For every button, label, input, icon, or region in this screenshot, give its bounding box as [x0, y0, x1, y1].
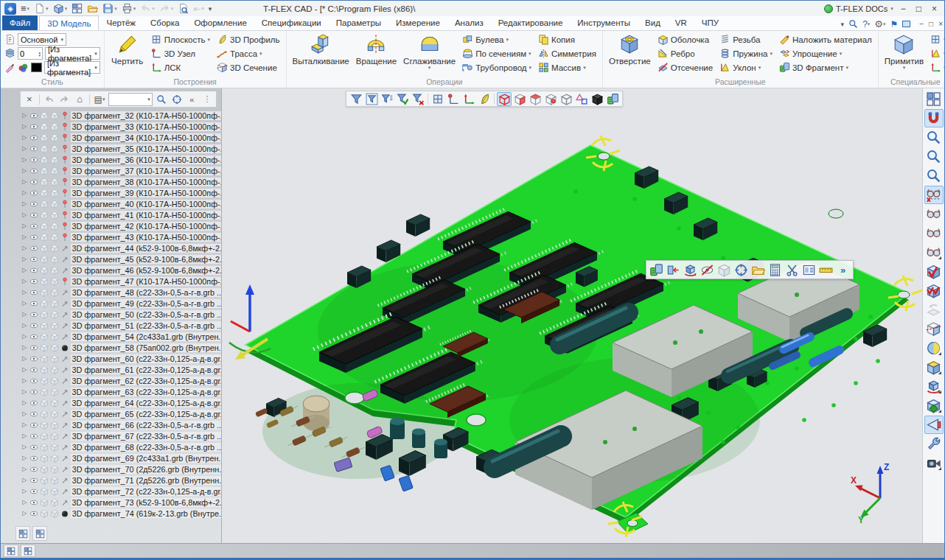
layer-spinner[interactable]: 0▴▾: [18, 47, 43, 60]
tree-item[interactable]: ▷3D фрагмент_68 (с22-33н-0,5-а-г-в.grb .…: [14, 441, 221, 452]
history-back-button[interactable]: [43, 93, 56, 106]
find-button[interactable]: [155, 93, 168, 106]
qa-main-menu[interactable]: ≡▾: [19, 2, 31, 15]
tree-item[interactable]: ▷3D фрагмент_54 (2с433а1.grb (Внутрен...: [14, 331, 221, 342]
tree-item[interactable]: ▷3D фрагмент_36 (К10-17А-Н50-1000пф-...: [14, 154, 221, 165]
expander-icon[interactable]: ▷: [21, 455, 28, 461]
display-mode-flyout-button[interactable]: [924, 243, 944, 262]
hide-element-button[interactable]: [700, 262, 715, 278]
expander-icon[interactable]: ▷: [21, 189, 28, 196]
insert-copy-button[interactable]: [666, 262, 681, 278]
expander-icon[interactable]: ▷: [21, 388, 28, 395]
maximize-button[interactable]: □: [916, 4, 921, 14]
shading-options-button[interactable]: [924, 358, 944, 377]
tree-item[interactable]: ▷3D фрагмент_71 (2д5226.grb (Внутренн...: [14, 475, 221, 486]
Упрощение-button[interactable]: Упрощение▾: [777, 46, 874, 60]
restore-document-button[interactable]: □: [929, 20, 933, 28]
camera-perspective-button[interactable]: [924, 416, 944, 434]
filter-profiles-button[interactable]: [477, 92, 492, 106]
tree-item[interactable]: ▷3D фрагмент_66 (с22-33н-0,5-а-г-в.grb .…: [14, 419, 221, 430]
Наложить материал-button[interactable]: Наложить материал: [777, 32, 874, 46]
tree-item[interactable]: ▷3D фрагмент_72 (с22-33н-0,125-а-д-в.gr.…: [14, 486, 221, 497]
expander-icon[interactable]: ▷: [21, 134, 28, 141]
tree-item[interactable]: ▷3D фрагмент_32 (К10-17А-Н50-1000пф-...: [14, 110, 221, 121]
expander-icon[interactable]: ▷: [21, 156, 28, 163]
tree-search-box[interactable]: ▾: [108, 93, 153, 106]
object-snap-magnet-button[interactable]: [924, 109, 944, 127]
Плоскость-button[interactable]: Плоскость▾: [149, 32, 212, 46]
qa-app-logo[interactable]: ◈: [3, 2, 18, 15]
filter-workplanes-button[interactable]: [430, 92, 445, 106]
cut-button[interactable]: [784, 262, 800, 278]
qa-redo[interactable]: ▾: [158, 2, 175, 15]
properties-button[interactable]: [801, 262, 817, 278]
dynamic-section-button[interactable]: [924, 377, 944, 396]
Ребро-button[interactable]: Ребро: [655, 46, 715, 60]
tree-item[interactable]: ▷3D фрагмент_48 (с22-33н-0,5-а-г-в.grb .…: [14, 287, 221, 298]
recalculate-button[interactable]: [767, 262, 783, 278]
tab-Вид[interactable]: Вид: [638, 15, 668, 30]
tab-Чертёж[interactable]: Чертёж: [99, 15, 143, 30]
zoom-previous-button[interactable]: [924, 167, 944, 185]
qa-document-properties[interactable]: [176, 2, 190, 15]
tree-item[interactable]: ▷3D фрагмент_62 (с22-33н-0,125-а-д-в.gr.…: [14, 375, 221, 386]
insert-fragment-button[interactable]: [649, 262, 664, 278]
tab-Параметры[interactable]: Параметры: [329, 15, 388, 30]
tree-item[interactable]: ▷3D фрагмент_49 (с22-33н-0,5-а-г-в.grb .…: [14, 298, 221, 309]
window-layout-button[interactable]: [924, 90, 944, 108]
expander-icon[interactable]: ▷: [21, 211, 28, 218]
expander-icon[interactable]: ▷: [21, 123, 28, 130]
wireframe-mode-button[interactable]: [924, 205, 944, 223]
expander-icon[interactable]: ▷: [21, 200, 28, 207]
expander-icon[interactable]: ▷: [21, 333, 28, 340]
tree-item[interactable]: ▷3D фрагмент_44 (k52-9-100в-6,8мкф+-2...: [14, 242, 221, 253]
Вращение-button[interactable]: Вращение: [354, 32, 399, 66]
qa-open-document[interactable]: [86, 2, 100, 15]
Сглаживание-button[interactable]: Сглаживание▾: [401, 32, 458, 71]
tree-item[interactable]: ▷3D фрагмент_74 (619к-2-13.grb (Внутре..…: [14, 508, 221, 519]
tab-Измерение[interactable]: Измерение: [388, 15, 447, 30]
tree-item[interactable]: ▷3D фрагмент_67 (с22-33н-0,5-а-г-в.grb .…: [14, 430, 221, 441]
tree-item[interactable]: ▷3D фрагмент_70 (2д5226.grb (Внутренн...: [14, 463, 221, 475]
expander-icon[interactable]: ▷: [21, 223, 28, 229]
Трубопровод-button[interactable]: Трубопровод▾: [460, 60, 534, 74]
panel-layout-wide-button[interactable]: [32, 526, 47, 541]
expander-icon[interactable]: ▷: [21, 355, 28, 362]
filter-bodies-button[interactable]: [528, 92, 543, 106]
tree-item[interactable]: ▷3D фрагмент_58 (75ап002.grb (Внутрен...: [14, 342, 221, 353]
expander-icon[interactable]: ▷: [21, 366, 28, 373]
view-options-button[interactable]: ▤▾: [93, 93, 106, 106]
qa-new-document[interactable]: ▾: [32, 2, 50, 15]
zoom-window-button[interactable]: [924, 128, 944, 147]
Чертить-button[interactable]: Чертить: [108, 32, 147, 66]
tree-item[interactable]: ▷3D фрагмент_33 (К10-17А-Н50-1000пф-...: [14, 121, 221, 132]
panel-menu-button[interactable]: ⋮: [200, 93, 214, 106]
shaded-mode-button[interactable]: [924, 224, 944, 242]
expander-icon[interactable]: ▷: [21, 399, 28, 406]
expander-icon[interactable]: ▷: [21, 245, 28, 251]
Примитив-button[interactable]: Примитив▾: [882, 32, 926, 71]
locate-button[interactable]: [170, 93, 184, 106]
search-button[interactable]: [848, 19, 858, 29]
Отверстие-button[interactable]: Отверстие: [607, 32, 653, 66]
minimize-button[interactable]: −: [901, 4, 906, 14]
3D Сечение-button[interactable]: 3D Сечение: [215, 60, 282, 74]
home-button[interactable]: ⌂: [73, 93, 86, 106]
qa-print[interactable]: ▾: [120, 2, 138, 15]
filter-dark-bodies-button[interactable]: [590, 92, 604, 106]
filter-faces-button[interactable]: [512, 92, 527, 106]
tree-item[interactable]: ▷3D фрагмент_41 (К10-17А-Н50-1000пф-...: [14, 209, 221, 220]
filter-3d-nodes-button[interactable]: [446, 92, 461, 106]
pcb-model[interactable]: Z X Y: [222, 88, 924, 543]
Массив-button[interactable]: Массив▾: [536, 60, 599, 74]
panel-layout-split-button[interactable]: [15, 526, 30, 541]
close-document-button[interactable]: ×: [938, 20, 943, 28]
ribbon-display-options-button[interactable]: ▾: [841, 21, 845, 28]
expander-icon[interactable]: ▷: [21, 488, 28, 494]
По сечениям-button[interactable]: По сечениям▾: [460, 46, 534, 60]
tree-item[interactable]: ▷3D фрагмент_47 (К10-17А-Н50-1000пф-...: [14, 276, 221, 287]
tree-item[interactable]: ▷3D фрагмент_42 (К10-17А-Н50-1000пф-...: [14, 220, 221, 231]
filter-operations-button[interactable]: [543, 92, 558, 106]
qa-undo[interactable]: ▾: [139, 2, 156, 15]
filter-snap-button[interactable]: [349, 92, 363, 106]
